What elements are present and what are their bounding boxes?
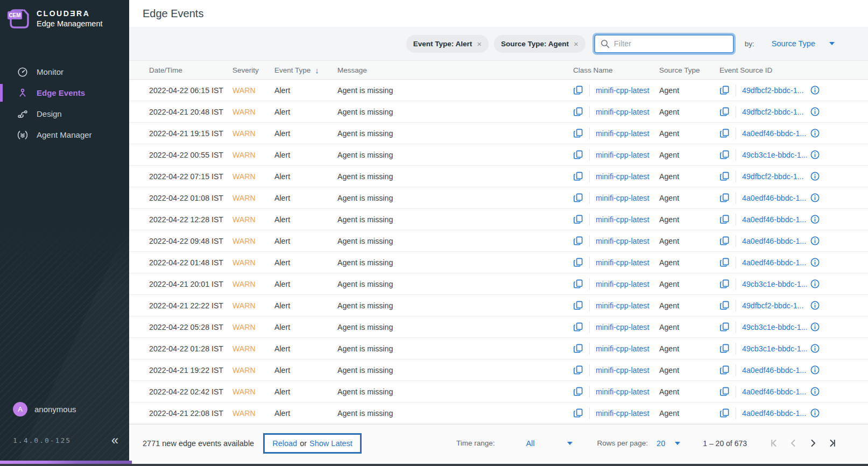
previous-page-icon[interactable] (789, 439, 798, 448)
copy-class-name-icon[interactable] (573, 150, 583, 160)
event-info-icon[interactable] (810, 279, 832, 289)
event-info-icon[interactable] (810, 343, 832, 354)
event-source-id-link[interactable]: 49cb3c1e-bbdc-1... (742, 151, 807, 159)
col-event-source-id[interactable]: Event Source ID (719, 66, 810, 74)
event-source-id-link[interactable]: 49dfbcf2-bbdc-1... (742, 108, 803, 116)
event-source-id-link[interactable]: 4a0edf46-bbdc-1... (742, 366, 806, 375)
time-range-select[interactable]: All (526, 439, 572, 448)
next-page-icon[interactable] (808, 439, 817, 448)
chip-close-icon[interactable]: × (477, 39, 482, 48)
event-info-icon[interactable] (810, 128, 832, 138)
copy-event-source-id-icon[interactable] (719, 214, 730, 224)
event-info-icon[interactable] (810, 193, 832, 203)
event-info-icon[interactable] (810, 214, 832, 224)
event-info-icon[interactable] (810, 365, 832, 375)
event-info-icon[interactable] (810, 322, 832, 332)
show-latest-link[interactable]: Show Latest (309, 439, 352, 448)
copy-class-name-icon[interactable] (573, 343, 583, 354)
class-name-link[interactable]: minifi-cpp-latest (596, 215, 649, 224)
copy-class-name-icon[interactable] (573, 257, 583, 267)
sort-desc-icon[interactable]: ↓ (315, 66, 319, 75)
copy-class-name-icon[interactable] (573, 107, 583, 117)
class-name-link[interactable]: minifi-cpp-latest (596, 323, 649, 331)
event-info-icon[interactable] (810, 171, 832, 181)
sidebar-item-monitor[interactable]: Monitor (0, 61, 129, 82)
rows-per-page-select[interactable]: 20 (657, 439, 680, 448)
sidebar-item-agent-manager[interactable]: Agent Manager (0, 124, 129, 145)
col-severity[interactable]: Severity (232, 66, 274, 74)
class-name-link[interactable]: minifi-cpp-latest (596, 366, 649, 375)
copy-event-source-id-icon[interactable] (719, 408, 730, 418)
copy-class-name-icon[interactable] (573, 193, 583, 203)
event-info-icon[interactable] (810, 107, 832, 117)
event-info-icon[interactable] (810, 300, 832, 310)
copy-event-source-id-icon[interactable] (719, 279, 730, 289)
copy-event-source-id-icon[interactable] (719, 343, 730, 354)
filter-input[interactable] (614, 39, 728, 48)
filter-by-select[interactable]: Source Type (772, 39, 835, 48)
event-source-id-link[interactable]: 49dfbcf2-bbdc-1... (742, 301, 803, 310)
class-name-link[interactable]: minifi-cpp-latest (596, 237, 649, 245)
copy-event-source-id-icon[interactable] (719, 300, 730, 310)
collapse-sidebar-icon[interactable]: « (111, 434, 118, 447)
copy-class-name-icon[interactable] (573, 365, 583, 375)
class-name-link[interactable]: minifi-cpp-latest (596, 258, 649, 267)
class-name-link[interactable]: minifi-cpp-latest (596, 129, 649, 138)
event-source-id-link[interactable]: 4a0edf46-bbdc-1... (742, 129, 806, 138)
class-name-link[interactable]: minifi-cpp-latest (596, 108, 649, 116)
col-source-type[interactable]: Source Type (659, 66, 719, 74)
copy-class-name-icon[interactable] (573, 322, 583, 332)
col-class-name[interactable]: Class Name (573, 66, 659, 74)
event-info-icon[interactable] (810, 236, 832, 246)
copy-event-source-id-icon[interactable] (719, 171, 730, 181)
first-page-icon[interactable] (770, 439, 779, 448)
col-event-type[interactable]: Event Type ↓ (274, 66, 337, 75)
class-name-link[interactable]: minifi-cpp-latest (596, 344, 649, 353)
class-name-link[interactable]: minifi-cpp-latest (596, 409, 649, 418)
copy-class-name-icon[interactable] (573, 300, 583, 310)
copy-event-source-id-icon[interactable] (719, 386, 730, 397)
event-source-id-link[interactable]: 49dfbcf2-bbdc-1... (742, 86, 803, 95)
event-info-icon[interactable] (810, 257, 832, 267)
class-name-link[interactable]: minifi-cpp-latest (596, 194, 649, 202)
copy-class-name-icon[interactable] (573, 386, 583, 397)
event-info-icon[interactable] (810, 150, 832, 160)
col-message[interactable]: Message (337, 66, 573, 74)
event-source-id-link[interactable]: 4a0edf46-bbdc-1... (742, 409, 806, 418)
event-source-id-link[interactable]: 4a0edf46-bbdc-1... (742, 237, 806, 245)
copy-class-name-icon[interactable] (573, 171, 583, 181)
col-datetime[interactable]: Date/Time (149, 66, 232, 74)
class-name-link[interactable]: minifi-cpp-latest (596, 172, 649, 181)
class-name-link[interactable]: minifi-cpp-latest (596, 280, 649, 288)
class-name-link[interactable]: minifi-cpp-latest (596, 86, 649, 95)
copy-class-name-icon[interactable] (573, 408, 583, 418)
event-source-id-link[interactable]: 4a0edf46-bbdc-1... (742, 194, 806, 202)
user-row[interactable]: A anonymous (0, 402, 129, 416)
copy-class-name-icon[interactable] (573, 85, 583, 95)
event-source-id-link[interactable]: 4a0edf46-bbdc-1... (742, 215, 806, 224)
copy-event-source-id-icon[interactable] (719, 236, 730, 246)
copy-event-source-id-icon[interactable] (719, 193, 730, 203)
copy-event-source-id-icon[interactable] (719, 128, 730, 138)
event-source-id-link[interactable]: 49dfbcf2-bbdc-1... (742, 172, 803, 181)
event-info-icon[interactable] (810, 85, 832, 95)
copy-class-name-icon[interactable] (573, 279, 583, 289)
copy-event-source-id-icon[interactable] (719, 107, 730, 117)
copy-event-source-id-icon[interactable] (719, 257, 730, 267)
copy-class-name-icon[interactable] (573, 214, 583, 224)
sidebar-item-edge-events[interactable]: Edge Events (0, 82, 129, 103)
copy-event-source-id-icon[interactable] (719, 150, 730, 160)
event-source-id-link[interactable]: 4a0edf46-bbdc-1... (742, 387, 806, 396)
copy-event-source-id-icon[interactable] (719, 85, 730, 95)
class-name-link[interactable]: minifi-cpp-latest (596, 387, 649, 396)
chip-close-icon[interactable]: × (574, 39, 578, 48)
event-source-id-link[interactable]: 4a0edf46-bbdc-1... (742, 258, 806, 267)
sidebar-item-design[interactable]: Design (0, 103, 129, 124)
copy-event-source-id-icon[interactable] (719, 365, 730, 375)
event-source-id-link[interactable]: 49cb3c1e-bbdc-1... (742, 280, 807, 288)
copy-class-name-icon[interactable] (573, 236, 583, 246)
event-source-id-link[interactable]: 49cb3c1e-bbdc-1... (742, 323, 807, 331)
class-name-link[interactable]: minifi-cpp-latest (596, 151, 649, 159)
event-source-id-link[interactable]: 49cb3c1e-bbdc-1... (742, 344, 807, 353)
last-page-icon[interactable] (828, 439, 837, 448)
